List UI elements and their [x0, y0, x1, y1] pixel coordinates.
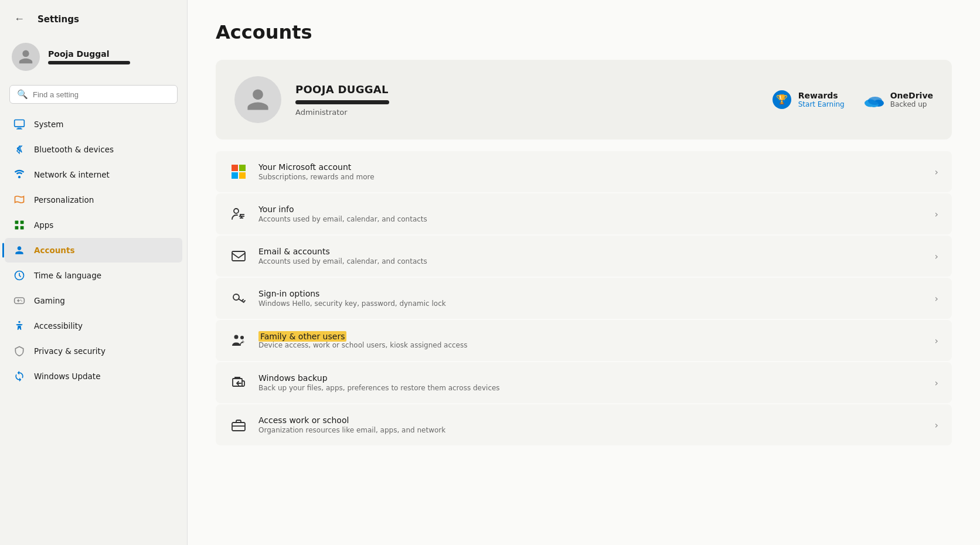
sidebar-item-label-privacy: Privacy & security	[34, 346, 106, 356]
settings-item-title-family: Family & other users	[258, 331, 346, 342]
settings-item-work[interactable]: Access work or school Organization resou…	[216, 404, 952, 445]
settings-list: Your Microsoft account Subscriptions, re…	[216, 151, 952, 445]
sidebar-item-update[interactable]: Windows Update	[5, 364, 182, 389]
person-info-icon	[229, 205, 248, 223]
sidebar-item-label-apps: Apps	[34, 220, 53, 230]
svg-rect-22	[239, 172, 246, 179]
svg-point-18	[868, 97, 882, 105]
nav-menu: System Bluetooth & devices Network & int…	[0, 112, 187, 389]
settings-item-title-signin: Sign-in options	[258, 289, 924, 298]
sidebar: ← Settings Pooja Duggal 🔍 System B	[0, 0, 188, 545]
svg-rect-0	[15, 120, 25, 127]
key-icon	[229, 289, 248, 308]
svg-rect-19	[232, 165, 238, 171]
settings-item-text-work: Access work or school Organization resou…	[258, 415, 924, 434]
search-box[interactable]: 🔍	[9, 85, 178, 104]
profile-avatar	[234, 76, 281, 123]
settings-item-microsoft-account[interactable]: Your Microsoft account Subscriptions, re…	[216, 151, 952, 192]
microsoft-icon	[229, 162, 248, 181]
svg-rect-2	[16, 129, 22, 130]
rewards-action[interactable]: 🏆 Rewards Start Earning	[771, 89, 845, 110]
chevron-right-icon: ›	[935, 166, 938, 178]
sidebar-item-time[interactable]: Time & language	[5, 263, 182, 288]
gaming-icon	[13, 294, 26, 307]
sidebar-item-label-bluetooth: Bluetooth & devices	[34, 145, 114, 154]
user-profile: Pooja Duggal	[0, 36, 187, 81]
sidebar-item-accessibility[interactable]: Accessibility	[5, 314, 182, 338]
settings-item-backup[interactable]: Windows backup Back up your files, apps,…	[216, 362, 952, 403]
sidebar-item-apps[interactable]: Apps	[5, 213, 182, 237]
sidebar-item-label-network: Network & internet	[34, 170, 110, 179]
family-icon: +	[229, 331, 248, 350]
sidebar-item-network[interactable]: Network & internet	[5, 162, 182, 187]
settings-item-your-info[interactable]: Your info Accounts used by email, calend…	[216, 193, 952, 234]
privacy-icon	[13, 345, 26, 357]
profile-details: POOJA DUGGAL Administrator	[295, 83, 757, 117]
rewards-title: Rewards	[798, 91, 845, 100]
profile-card: POOJA DUGGAL Administrator 🏆 Rewards Sta…	[216, 60, 952, 139]
user-name: Pooja Duggal	[48, 49, 130, 59]
network-icon	[13, 168, 26, 181]
profile-actions: 🏆 Rewards Start Earning	[771, 89, 933, 110]
profile-avatar-icon	[245, 87, 271, 113]
settings-item-title-work: Access work or school	[258, 415, 924, 425]
chevron-right-icon-6: ›	[935, 377, 938, 389]
personalization-icon	[13, 193, 26, 206]
settings-item-desc-family: Device access, work or school users, kio…	[258, 341, 924, 349]
user-icon	[18, 49, 34, 65]
sidebar-item-bluetooth[interactable]: Bluetooth & devices	[5, 137, 182, 162]
sidebar-item-label-time: Time & language	[34, 271, 101, 280]
svg-rect-4	[15, 221, 19, 224]
svg-rect-27	[232, 251, 245, 261]
settings-item-signin[interactable]: Sign-in options Windows Hello, security …	[216, 278, 952, 319]
svg-point-23	[234, 209, 239, 213]
settings-item-email[interactable]: Email & accounts Accounts used by email,…	[216, 236, 952, 277]
accounts-icon	[13, 244, 26, 257]
main-content: Accounts POOJA DUGGAL Administrator 🏆	[188, 0, 980, 545]
svg-text:+: +	[241, 339, 245, 345]
user-progress-bar	[48, 61, 130, 64]
onedrive-action[interactable]: OneDrive Backed up	[863, 89, 933, 110]
settings-title: Settings	[38, 14, 79, 25]
svg-rect-33	[232, 423, 245, 431]
settings-item-text-email: Email & accounts Accounts used by email,…	[258, 247, 924, 265]
onedrive-text: OneDrive Backed up	[890, 91, 933, 108]
rewards-icon: 🏆	[771, 89, 792, 110]
svg-point-3	[18, 176, 21, 178]
settings-item-desc-info: Accounts used by email, calendar, and co…	[258, 215, 924, 223]
svg-point-12	[18, 321, 20, 323]
sidebar-item-system[interactable]: System	[5, 112, 182, 137]
search-icon: 🔍	[17, 89, 28, 100]
settings-item-family[interactable]: + Family & other users Device access, wo…	[216, 320, 952, 361]
settings-item-title-info: Your info	[258, 205, 924, 214]
settings-item-title-microsoft: Your Microsoft account	[258, 162, 924, 172]
settings-item-title-backup: Windows backup	[258, 373, 924, 383]
sidebar-item-privacy[interactable]: Privacy & security	[5, 339, 182, 363]
sidebar-item-personalization[interactable]: Personalization	[5, 188, 182, 212]
sidebar-item-gaming[interactable]: Gaming	[5, 288, 182, 313]
settings-item-text-backup: Windows backup Back up your files, apps,…	[258, 373, 924, 392]
settings-item-desc-email: Accounts used by email, calendar, and co…	[258, 257, 924, 265]
sidebar-item-label-gaming: Gaming	[34, 296, 65, 305]
search-input[interactable]	[33, 90, 170, 99]
settings-item-text-family: Family & other users Device access, work…	[258, 332, 924, 349]
chevron-right-icon-5: ›	[935, 335, 938, 346]
back-button[interactable]: ←	[12, 11, 27, 28]
email-icon	[229, 247, 248, 265]
user-info: Pooja Duggal	[48, 49, 130, 64]
sidebar-item-label-personalization: Personalization	[34, 195, 94, 205]
settings-item-desc-microsoft: Subscriptions, rewards and more	[258, 173, 924, 181]
sidebar-item-label-accessibility: Accessibility	[34, 321, 83, 331]
chevron-right-icon-7: ›	[935, 420, 938, 431]
svg-rect-6	[15, 226, 19, 230]
onedrive-icon	[863, 89, 884, 110]
briefcase-icon	[229, 415, 248, 434]
sidebar-item-label-system: System	[34, 120, 63, 129]
profile-role: Administrator	[295, 108, 757, 117]
avatar	[12, 43, 40, 71]
sidebar-item-label-update: Windows Update	[34, 372, 100, 381]
chevron-right-icon-2: ›	[935, 209, 938, 220]
sidebar-item-accounts[interactable]: Accounts	[5, 238, 182, 263]
svg-rect-5	[21, 221, 24, 224]
system-icon	[13, 118, 26, 131]
